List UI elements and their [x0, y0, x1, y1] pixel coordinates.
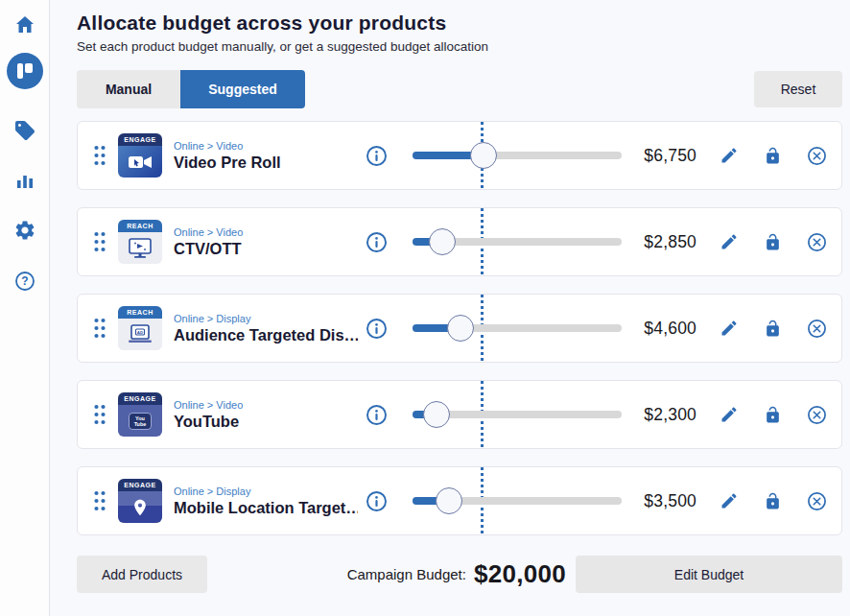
- lock-open-icon[interactable]: [764, 319, 782, 339]
- product-category: Online > Display: [174, 313, 360, 324]
- remove-icon[interactable]: [807, 146, 827, 166]
- info-icon[interactable]: [366, 318, 388, 340]
- drag-handle-icon[interactable]: [93, 317, 108, 340]
- product-name: Video Pre Roll: [174, 154, 358, 172]
- edit-icon[interactable]: [720, 491, 739, 510]
- budget-layout-icon: [15, 61, 35, 81]
- page-title: Allocate budget across your products: [77, 12, 842, 35]
- laptop-ad-icon: AD: [118, 319, 162, 350]
- gear-icon: [13, 219, 36, 242]
- info-icon[interactable]: [366, 145, 388, 167]
- info-icon[interactable]: [366, 231, 388, 253]
- product-text: Online > Video Video Pre Roll: [174, 140, 360, 172]
- sidebar: ?: [0, 0, 50, 616]
- sidebar-item-budget-allocation[interactable]: [7, 53, 43, 89]
- product-category: Online > Video: [174, 140, 360, 152]
- budget-slider[interactable]: [413, 401, 622, 428]
- product-text: Online > Display Audience Targeted Dis…: [174, 313, 360, 344]
- product-name: Mobile Location Target…: [174, 499, 358, 517]
- tv-icon: [118, 232, 162, 264]
- remove-icon[interactable]: [807, 319, 827, 339]
- sidebar-item-settings[interactable]: [8, 213, 42, 248]
- product-thumbnail: REACH: [118, 220, 162, 264]
- add-products-button[interactable]: Add Products: [77, 556, 207, 593]
- info-icon[interactable]: [366, 404, 388, 426]
- campaign-budget: Campaign Budget: $20,000: [347, 559, 566, 589]
- product-thumbnail: ENGAGE: [118, 133, 162, 178]
- lock-open-icon[interactable]: [764, 232, 782, 252]
- remove-icon[interactable]: [807, 405, 827, 425]
- drag-handle-icon[interactable]: [93, 489, 108, 512]
- sidebar-item-help[interactable]: ?: [8, 264, 42, 298]
- product-text: Online > Display Mobile Location Target…: [174, 486, 360, 517]
- info-icon[interactable]: [366, 490, 388, 512]
- lock-open-icon[interactable]: [764, 146, 782, 166]
- lock-open-icon[interactable]: [764, 405, 782, 425]
- product-thumbnail: ENGAGE: [118, 479, 162, 523]
- product-text: Online > Video CTV/OTT: [174, 226, 360, 258]
- home-icon: [13, 13, 36, 36]
- location-pin-icon: [118, 491, 162, 523]
- video-camera-icon: [118, 146, 162, 178]
- remove-icon[interactable]: [807, 491, 827, 511]
- edit-icon[interactable]: [720, 146, 739, 165]
- lock-open-icon[interactable]: [764, 491, 782, 511]
- product-row: REACH Online > Video CTV/OTT $2,850: [77, 207, 842, 276]
- product-name: Audience Targeted Dis…: [174, 326, 358, 344]
- budget-slider[interactable]: [413, 315, 622, 342]
- budget-slider[interactable]: [413, 142, 622, 169]
- edit-icon[interactable]: [720, 319, 739, 338]
- product-budget-value: $4,600: [637, 319, 697, 339]
- main-content: Allocate budget across your products Set…: [50, 0, 850, 616]
- product-row: ENGAGE YouTube Online > Video YouTube $2…: [77, 380, 842, 449]
- slider-thumb[interactable]: [470, 142, 497, 169]
- svg-text:AD: AD: [137, 329, 143, 334]
- edit-icon[interactable]: [720, 232, 739, 251]
- product-name: YouTube: [174, 413, 358, 431]
- page-subtitle: Set each product budget manually, or get…: [77, 39, 842, 54]
- suggested-tab[interactable]: Suggested: [180, 70, 305, 108]
- product-thumbnail: REACH AD: [118, 306, 162, 350]
- product-budget-value: $2,300: [637, 405, 697, 425]
- edit-budget-button[interactable]: Edit Budget: [576, 556, 842, 593]
- tag-icon: [13, 119, 36, 142]
- manual-tab[interactable]: Manual: [77, 70, 180, 108]
- slider-thumb[interactable]: [436, 487, 462, 514]
- remove-icon[interactable]: [807, 232, 827, 252]
- slider-thumb[interactable]: [423, 401, 450, 428]
- drag-handle-icon[interactable]: [93, 403, 108, 426]
- product-budget-value: $3,500: [637, 491, 697, 511]
- bar-chart-icon: [14, 170, 35, 191]
- product-row: REACH AD Online > Display Audience Targe…: [77, 294, 842, 363]
- toolbar: Manual Suggested Reset: [77, 70, 842, 108]
- product-row: ENGAGE Online > Video Video Pre Roll $6,…: [77, 121, 842, 190]
- thumbnail-badge: ENGAGE: [118, 392, 162, 405]
- sidebar-item-home[interactable]: [8, 8, 42, 42]
- campaign-budget-value: $20,000: [474, 559, 566, 589]
- mode-toggle: Manual Suggested: [77, 70, 305, 108]
- slider-thumb[interactable]: [447, 315, 474, 342]
- edit-icon[interactable]: [720, 405, 739, 424]
- thumbnail-badge: ENGAGE: [118, 133, 162, 146]
- sidebar-item-reports[interactable]: [8, 163, 42, 198]
- reset-button[interactable]: Reset: [754, 71, 842, 107]
- product-budget-value: $2,850: [637, 232, 697, 252]
- youtube-icon: YouTube: [118, 405, 162, 437]
- budget-slider[interactable]: [413, 228, 622, 255]
- product-budget-value: $6,750: [637, 146, 697, 166]
- product-row: ENGAGE Online > Display Mobile Location …: [77, 466, 842, 535]
- product-thumbnail: ENGAGE YouTube: [118, 392, 162, 437]
- drag-handle-icon[interactable]: [93, 144, 108, 167]
- svg-text:?: ?: [21, 274, 28, 288]
- thumbnail-badge: REACH: [118, 220, 162, 232]
- help-icon: ?: [13, 270, 36, 293]
- product-category: Online > Video: [174, 399, 360, 411]
- thumbnail-badge: REACH: [118, 306, 162, 319]
- budget-slider[interactable]: [413, 487, 622, 514]
- drag-handle-icon[interactable]: [93, 230, 108, 253]
- sidebar-item-tags[interactable]: [8, 113, 42, 148]
- thumbnail-badge: ENGAGE: [118, 479, 162, 491]
- footer: Add Products Campaign Budget: $20,000 Ed…: [77, 556, 842, 593]
- slider-thumb[interactable]: [429, 228, 456, 255]
- product-text: Online > Video YouTube: [174, 399, 360, 431]
